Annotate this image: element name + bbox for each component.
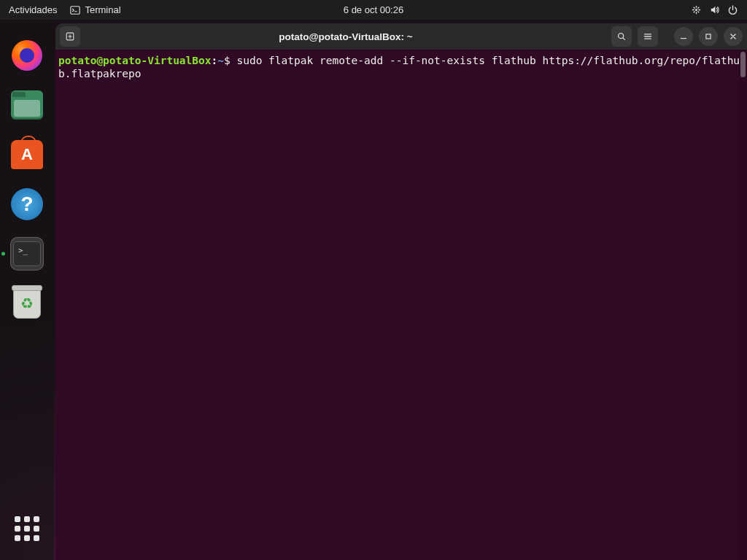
- dock-item-help[interactable]: ?: [10, 187, 44, 221]
- maximize-button[interactable]: [699, 27, 718, 46]
- minimize-icon: [678, 31, 689, 42]
- volume-icon[interactable]: [709, 4, 720, 15]
- new-tab-button[interactable]: [60, 26, 80, 47]
- active-app-name: Terminal: [85, 4, 120, 15]
- terminal-icon: >_: [13, 241, 41, 266]
- menu-button[interactable]: [638, 26, 658, 47]
- dock-item-trash[interactable]: [10, 287, 44, 320]
- dock: ? >_: [0, 20, 54, 560]
- prompt-symbol: $: [224, 55, 236, 66]
- search-icon: [616, 31, 627, 42]
- minimize-button[interactable]: [674, 27, 693, 46]
- search-button[interactable]: [611, 26, 632, 47]
- terminal-window: potato@potato-VirtualBox: ~ potato@potat…: [55, 23, 747, 560]
- dock-item-firefox[interactable]: [10, 39, 44, 72]
- terminal-line: potato@potato-VirtualBox:~$ sudo flatpak…: [58, 54, 744, 80]
- apps-grid-icon: [15, 516, 39, 541]
- active-app-indicator[interactable]: Terminal: [70, 4, 120, 15]
- network-icon[interactable]: [691, 4, 702, 15]
- help-icon: ?: [11, 188, 43, 220]
- hamburger-menu-icon: [643, 31, 653, 42]
- scrollbar[interactable]: [739, 50, 747, 560]
- dock-item-software[interactable]: [10, 138, 44, 171]
- svg-rect-4: [706, 34, 711, 39]
- svg-point-1: [695, 9, 697, 11]
- activities-button[interactable]: Actividades: [9, 4, 57, 15]
- clock[interactable]: 6 de oct 00:26: [344, 4, 403, 15]
- terminal-output[interactable]: potato@potato-VirtualBox:~$ sudo flatpak…: [55, 50, 747, 560]
- terminal-icon: [70, 5, 80, 15]
- window-title: potato@potato-VirtualBox: ~: [85, 31, 607, 42]
- files-icon: [11, 90, 43, 120]
- dock-item-terminal[interactable]: >_: [10, 237, 44, 271]
- firefox-icon: [12, 40, 42, 71]
- close-button[interactable]: [724, 27, 743, 46]
- prompt-separator: :: [212, 55, 218, 66]
- svg-rect-0: [71, 6, 80, 14]
- new-tab-icon: [65, 31, 75, 42]
- prompt-path: ~: [217, 55, 224, 66]
- trash-icon: [13, 288, 41, 319]
- scrollbar-thumb[interactable]: [740, 52, 746, 77]
- software-center-icon: [11, 140, 43, 169]
- titlebar[interactable]: potato@potato-VirtualBox: ~: [55, 23, 747, 50]
- power-icon[interactable]: [727, 4, 738, 15]
- maximize-icon: [703, 31, 713, 42]
- prompt-user-host: potato@potato-VirtualBox: [58, 55, 212, 66]
- show-applications-button[interactable]: [10, 512, 44, 545]
- dock-item-files[interactable]: [10, 88, 44, 122]
- top-panel: Actividades Terminal 6 de oct 00:26: [0, 0, 747, 20]
- close-icon: [728, 31, 738, 42]
